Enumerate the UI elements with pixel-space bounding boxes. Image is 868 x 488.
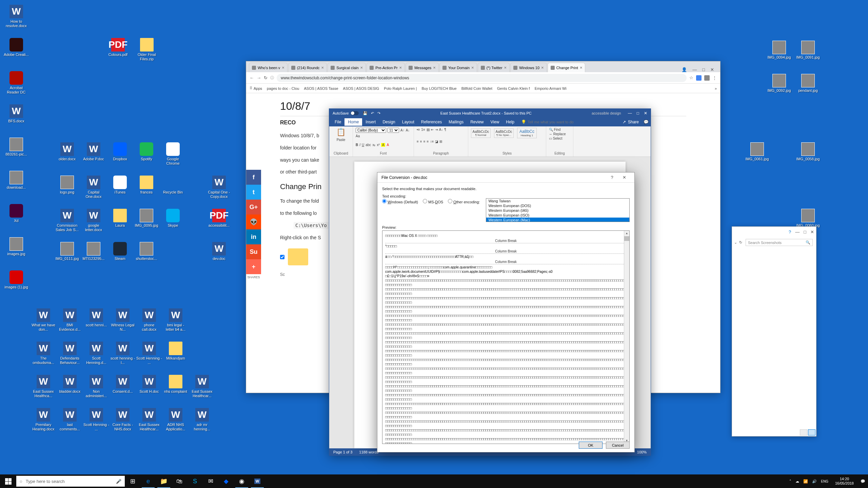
- taskbar-search[interactable]: ○ Type here to search 🎤: [16, 476, 125, 487]
- desktop-icon[interactable]: Wolder.docx: [54, 142, 80, 161]
- desktop-icon[interactable]: pendant.jpg: [795, 74, 821, 93]
- page-indicator[interactable]: Page 1 of 3: [333, 450, 352, 454]
- taskbar-dropbox[interactable]: ◆: [218, 474, 234, 488]
- ribbon-tab-view[interactable]: View: [487, 118, 503, 126]
- desktop-icon[interactable]: IMG_0094.jpg: [766, 41, 792, 60]
- desktop-icon[interactable]: IMG_0092.jpg: [766, 74, 792, 93]
- bookmark-item[interactable]: ASOS | ASOS DESIG: [343, 86, 379, 90]
- ribbon-tab-references[interactable]: References: [418, 118, 445, 126]
- desktop-icon[interactable]: WBFS.docx: [3, 104, 29, 123]
- subscript-button[interactable]: x₂: [372, 143, 375, 147]
- style-heading1[interactable]: AaBbCcHeading 1: [517, 128, 537, 138]
- desktop-icon[interactable]: IMG_0060.jpg: [795, 209, 821, 228]
- desktop-icon[interactable]: Google Chrome: [160, 142, 186, 166]
- encoding-option[interactable]: Western European (DOS): [486, 203, 629, 208]
- desktop-icon[interactable]: Skype: [160, 209, 186, 228]
- browser-tab[interactable]: Who's been v×: [249, 63, 288, 72]
- browser-tab[interactable]: Surgical clain×: [328, 63, 366, 72]
- replace-button[interactable]: ↔ Replace: [549, 132, 566, 136]
- desktop-icon[interactable]: WScott H.doc: [136, 375, 162, 394]
- notifications-icon[interactable]: 💬: [861, 479, 865, 484]
- browser-tab[interactable]: Change Print×: [548, 63, 586, 72]
- desktop-icon[interactable]: WAdobe P.doc: [81, 142, 106, 161]
- desktop-icon[interactable]: WADR NHS Applicatio...: [163, 408, 189, 431]
- desktop-icon[interactable]: iTunes: [107, 176, 133, 195]
- ribbon-tab-layout[interactable]: Layout: [399, 118, 418, 126]
- browser-tab[interactable]: Pre-Action Pr×: [367, 63, 405, 72]
- desktop-icon[interactable]: Steam: [107, 242, 133, 261]
- save-icon[interactable]: 💾: [363, 111, 368, 116]
- bookmark-item[interactable]: Gents Calvin Klein f: [497, 86, 530, 90]
- select-button[interactable]: ▭ Select: [549, 137, 563, 140]
- taskbar-store[interactable]: 🛍: [172, 474, 187, 488]
- desktop-icon[interactable]: download...: [3, 171, 29, 190]
- desktop-icon[interactable]: Wscott henning - l...: [110, 342, 136, 365]
- encoding-option[interactable]: Wang Taiwan: [486, 199, 629, 203]
- bookmark-item[interactable]: Buy LOGITECH Blue: [421, 86, 456, 90]
- zoom-level[interactable]: 100%: [637, 450, 647, 454]
- desktop-icon[interactable]: PDFaccessibilit...: [206, 209, 232, 228]
- align-center-icon[interactable]: ≡: [420, 140, 422, 143]
- desktop-icon[interactable]: WCapital One - Copy.docx: [206, 176, 232, 199]
- browser-tab[interactable]: Windows 10×: [510, 63, 547, 72]
- desktop-icon[interactable]: WHow to resolve.docx: [3, 5, 29, 28]
- dedent-icon[interactable]: ⇤: [431, 128, 434, 131]
- ribbon-tab-mailings[interactable]: Mailings: [445, 118, 467, 126]
- bookmark-star-icon[interactable]: ☆: [689, 75, 693, 80]
- explorer-min-button[interactable]: —: [795, 229, 800, 235]
- shading-icon[interactable]: ◪: [435, 140, 438, 143]
- desktop-icon[interactable]: WEast Sussex Healthca...: [31, 375, 56, 398]
- ribbon-tab-help[interactable]: Help: [502, 118, 518, 126]
- desktop-icon[interactable]: images (1).jpg: [3, 270, 29, 289]
- bold-button[interactable]: B: [356, 143, 358, 147]
- style-nospacing[interactable]: AaBbCcDc¶ No Spac...: [494, 128, 514, 138]
- word-min-button[interactable]: —: [628, 111, 632, 116]
- tray-wifi-icon[interactable]: 📶: [803, 479, 808, 484]
- justify-icon[interactable]: ≡: [427, 140, 429, 143]
- desktop-icon[interactable]: Wgoogle letter.docx: [81, 209, 106, 232]
- tab-close-icon[interactable]: ×: [504, 65, 507, 70]
- bookmark-item[interactable]: Billfold Coin Wallet: [461, 86, 492, 90]
- dialog-close-button[interactable]: ✕: [618, 175, 630, 180]
- chrome-max-button[interactable]: □: [702, 67, 705, 72]
- share-twitter-button[interactable]: t: [246, 185, 261, 200]
- linespacing-icon[interactable]: ↕≡: [430, 140, 434, 143]
- tab-close-icon[interactable]: ×: [580, 65, 583, 70]
- chrome-menu-button[interactable]: ⋮: [712, 75, 717, 80]
- chrome-account-icon[interactable]: 👤: [682, 67, 687, 72]
- enc-msdos-radio[interactable]: MS-DOS: [423, 199, 443, 204]
- url-bar[interactable]: www.thewindowsclub.com/change-print-scre…: [277, 74, 687, 82]
- share-facebook-button[interactable]: f: [246, 170, 261, 185]
- desktop-icon[interactable]: WCommission Sales Job S...: [54, 209, 80, 232]
- desktop-icon[interactable]: Laura: [107, 209, 133, 228]
- desktop-icon[interactable]: WWhat we have don...: [31, 308, 56, 332]
- bookmarks-overflow-icon[interactable]: »: [715, 86, 717, 90]
- tab-close-icon[interactable]: ×: [399, 65, 402, 70]
- highlight-icon[interactable]: A: [381, 143, 386, 147]
- desktop-icon[interactable]: nhs complaint: [163, 375, 189, 394]
- share-button[interactable]: Share: [628, 120, 639, 124]
- undo-icon[interactable]: ↶: [371, 111, 374, 116]
- desktop-icon[interactable]: IMG_0091.jpg: [795, 41, 821, 60]
- desktop-icon[interactable]: IMG_0061.jpg: [744, 142, 770, 161]
- style-normal[interactable]: AaBbCcDc¶ Normal: [471, 128, 491, 138]
- encoding-list[interactable]: Wang Taiwan Western European (DOS) Weste…: [486, 198, 630, 222]
- refresh-icon[interactable]: ↻: [739, 240, 742, 245]
- comments-icon[interactable]: 💬: [644, 120, 649, 124]
- bookmark-item[interactable]: pages to doc - Clou: [267, 86, 299, 90]
- desktop-icon[interactable]: shutterstoc...: [134, 242, 159, 261]
- desktop-icon[interactable]: Xd: [3, 204, 29, 223]
- scrollbar[interactable]: ▴ ▾: [624, 231, 629, 444]
- taskbar-clock[interactable]: 14:20 16/05/2018: [832, 477, 856, 486]
- desktop-icon[interactable]: PDFColours.pdf: [105, 38, 131, 57]
- desktop-icon[interactable]: logo.png: [54, 176, 80, 195]
- word-max-button[interactable]: □: [637, 111, 639, 116]
- bookmark-item[interactable]: Polo Ralph Lauren |: [384, 86, 417, 90]
- desktop-icon[interactable]: MTI123295...: [81, 242, 106, 261]
- ok-button[interactable]: OK: [579, 442, 603, 449]
- change-case-icon[interactable]: Aa: [356, 134, 360, 138]
- view-thumbnails-button[interactable]: [808, 429, 815, 435]
- browser-tab[interactable]: Messages×: [406, 63, 439, 72]
- indent-icon[interactable]: ⇥: [435, 128, 438, 131]
- apps-icon[interactable]: ⠿ Apps: [250, 86, 262, 90]
